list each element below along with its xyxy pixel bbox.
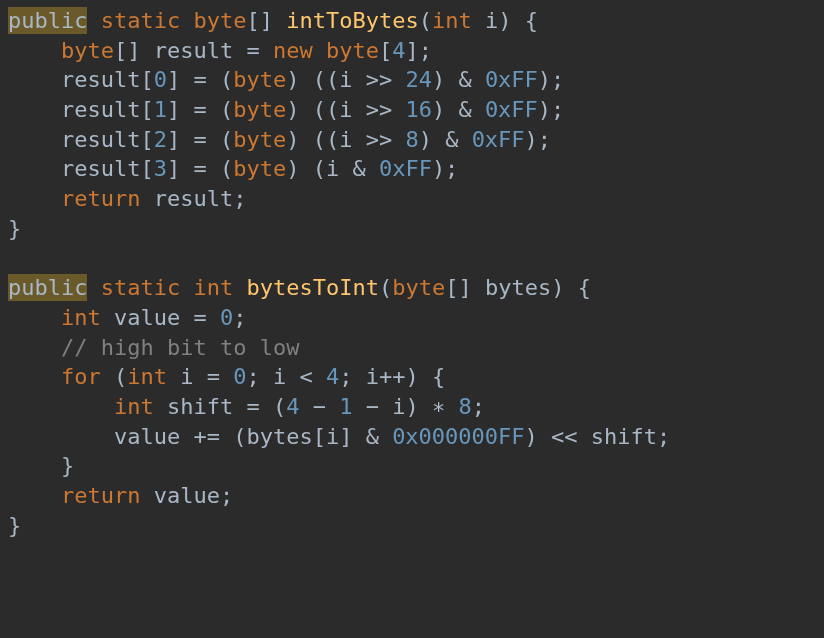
param-name: i <box>485 8 498 33</box>
var-value: value <box>114 305 180 330</box>
keyword-for: for <box>61 364 101 389</box>
keyword-return: return <box>61 186 140 211</box>
method-name: intToBytes <box>286 8 418 33</box>
shift-8: 8 <box>405 127 418 152</box>
type-byte: byte <box>326 38 379 63</box>
var-shift: shift <box>167 394 233 419</box>
var-result: result <box>154 186 233 211</box>
type-byte: byte <box>61 38 114 63</box>
code-block: public static byte[] intToBytes(int i) {… <box>0 0 824 550</box>
literal-0: 0 <box>220 305 233 330</box>
idx-1: 1 <box>154 97 167 122</box>
brackets: [] <box>114 38 141 63</box>
type-int: int <box>61 305 101 330</box>
type-int: int <box>114 394 154 419</box>
literal-1: 1 <box>339 394 352 419</box>
keyword-static: static <box>101 8 180 33</box>
keyword-public: public <box>8 274 87 301</box>
literal-4: 4 <box>286 394 299 419</box>
param-name: bytes <box>485 275 551 300</box>
mask: 0xFF <box>379 156 432 181</box>
keyword-return: return <box>61 483 140 508</box>
mask-long: 0x000000FF <box>392 424 524 449</box>
return-type: byte <box>193 8 246 33</box>
literal-4: 4 <box>392 38 405 63</box>
type-int: int <box>127 364 167 389</box>
shift-24: 24 <box>405 67 432 92</box>
var-result: result <box>154 38 233 63</box>
brackets: [] <box>246 8 273 33</box>
return-type: int <box>193 275 233 300</box>
literal-8: 8 <box>458 394 471 419</box>
mask: 0xFF <box>485 97 538 122</box>
mask: 0xFF <box>472 127 525 152</box>
param-type: byte <box>392 275 445 300</box>
keyword-new: new <box>273 38 313 63</box>
keyword-public: public <box>8 7 87 34</box>
idx-0: 0 <box>154 67 167 92</box>
param-type: int <box>432 8 472 33</box>
idx-2: 2 <box>154 127 167 152</box>
comment: // high bit to low <box>61 335 299 360</box>
shift-16: 16 <box>405 97 432 122</box>
brackets: [] <box>445 275 472 300</box>
literal-0: 0 <box>233 364 246 389</box>
idx-3: 3 <box>154 156 167 181</box>
keyword-static: static <box>101 275 180 300</box>
var-value: value <box>154 483 220 508</box>
method-name: bytesToInt <box>246 275 378 300</box>
mask: 0xFF <box>485 67 538 92</box>
literal-4: 4 <box>326 364 339 389</box>
